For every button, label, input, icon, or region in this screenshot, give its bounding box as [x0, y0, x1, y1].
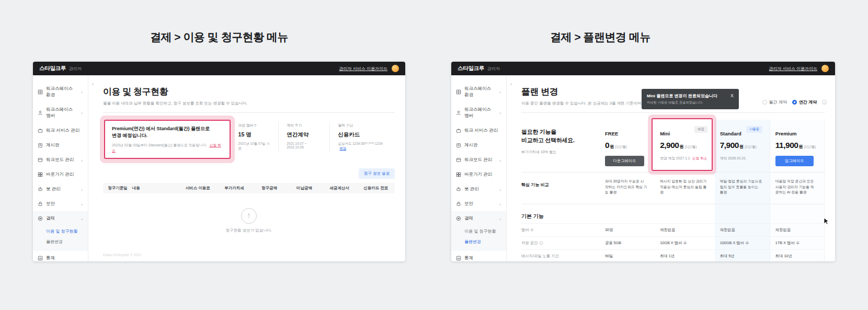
billing-table-header: 청구기준일내용서비스 이용료부가가치세청구금액미납금액세금계산서신용카드 전표	[103, 183, 395, 193]
sidebar-item-label: 게시판	[46, 142, 60, 148]
plan-change-window: 스타일크루 관리자 관리자 서비스 이용가이드 워크스페이스 환경∨워크스페이스…	[451, 62, 835, 261]
sidebar-item-2[interactable]: 워크 서비스 관리	[33, 123, 88, 138]
empty-state-text: 청구현황 정보가 없습니다.	[103, 228, 395, 233]
sidebar-item-5[interactable]: 바로가기 관리	[451, 167, 506, 182]
info-icon[interactable]	[539, 241, 543, 245]
admin-guide-link[interactable]: 관리자 서비스 이용가이드	[769, 66, 817, 72]
sidebar-item-7[interactable]: 보안∨	[33, 197, 88, 211]
payment-icon	[456, 216, 461, 221]
plan-intro: 필요한 기능을비교하고 선택하세요.부가가치세 10% 별도	[521, 120, 600, 172]
admin-guide-link[interactable]: 관리자 서비스 이용가이드	[339, 66, 387, 72]
sidebar-group: 결제∧이용 및 청구현황플랜변경	[33, 211, 88, 251]
app-topbar: 스타일크루 관리자 관리자 서비스 이용가이드	[451, 62, 835, 75]
sidebar-item-label: 워크스페이스 환경	[464, 86, 496, 98]
chevron-down-icon: ∨	[499, 111, 501, 114]
empty-state: ! 청구현황 정보가 없습니다.	[103, 208, 395, 233]
sidebar-item-5[interactable]: 바로가기 관리	[33, 167, 88, 182]
sidebar-item-1[interactable]: 워크스페이스 멤버∨	[451, 102, 506, 123]
sidebar-item-9[interactable]: 통계	[451, 251, 506, 261]
plan-badge: 예정	[694, 126, 707, 133]
plan-comparison-grid: 필요한 기능을비교하고 선택하세요.부가가치세 10% 별도FREE0원(1인/…	[521, 120, 825, 261]
upgrade-button[interactable]: 업그레이드	[775, 156, 814, 166]
divider	[521, 112, 825, 113]
sidebar-collapse-button[interactable]: ‹	[510, 82, 512, 87]
sidebar-subitem-1[interactable]: 플랜변경	[464, 236, 506, 247]
billing-stats: 과금 멤버수15 명2021년 10월 07일 기준계약 주기연간계약2021.…	[231, 120, 395, 151]
feature-value: 최대 10년	[770, 249, 825, 261]
sidebar-submenu: 이용 및 청구현황플랜변경	[33, 226, 88, 251]
downgrade-button[interactable]: 다운그레이드	[605, 156, 644, 166]
plan-price: 2,900원(1인/월)	[660, 141, 707, 150]
feature-value: 최대 1년	[655, 249, 715, 261]
sidebar-item-8[interactable]: 결제∧	[33, 211, 88, 226]
sidebar-item-0[interactable]: 워크스페이스 환경∨	[33, 82, 88, 102]
sidebar-item-label: 봇 관리	[464, 186, 479, 192]
toast-desc: 자세한 사항은 메일로 전송되었습니다.	[647, 100, 717, 105]
sidebar-item-6[interactable]: 봇 관리∨	[33, 182, 88, 197]
feature-value: 제한없음	[655, 223, 715, 236]
lock-icon	[456, 201, 461, 206]
sidebar-item-4[interactable]: 워크보드 관리∨	[33, 153, 88, 167]
monthly-contract-radio[interactable]: 월간 계약	[762, 99, 787, 105]
sidebar-item-label: 워크 서비스 관리	[46, 128, 79, 134]
sidebar-item-7[interactable]: 보안∨	[451, 197, 506, 211]
chevron-down-icon: ∨	[499, 90, 501, 94]
sidebar-item-label: 워크스페이스 환경	[46, 86, 78, 98]
sidebar-item-9[interactable]: 통계	[33, 251, 88, 261]
toast-close-button[interactable]: X	[730, 93, 734, 98]
column-header-2: 서비스 이용료	[179, 186, 217, 191]
core-feature-mini: 메시지 암호화 및 보안 관리가 적용된 메신저 중심의 슬림 플랜	[655, 172, 715, 204]
billing-info-settings-button[interactable]: 청구 정보 설정	[359, 168, 395, 179]
stat-0: 과금 멤버수15 명2021년 10월 07일 기준	[231, 123, 279, 151]
feature-value: 10GB X 멤버 수	[655, 236, 715, 249]
app-topbar: 스타일크루 관리자 관리자 서비스 이용가이드	[33, 62, 405, 75]
sidebar-item-label: 워크 서비스 관리	[464, 128, 498, 134]
sidebar-item-1[interactable]: 워크스페이스 멤버∨	[33, 102, 88, 123]
sidebar-subitem-0[interactable]: 이용 및 청구현황	[464, 226, 506, 236]
exclamation-icon: !	[241, 208, 257, 224]
change-payment-link[interactable]: 변경	[339, 146, 346, 150]
stat-1: 계약 주기연간계약2021.10.07 ~ 2022.10.06	[278, 123, 329, 151]
stat-label: 과금 멤버수	[238, 123, 271, 128]
yearly-contract-radio[interactable]: 연간 계약	[792, 99, 817, 105]
chevron-down-icon: ∨	[81, 202, 83, 205]
feature-value: 제한없음	[715, 223, 770, 236]
sidebar-item-3[interactable]: 게시판	[451, 138, 506, 153]
plan-price: 0원(1인/월)	[605, 141, 647, 150]
shortcut-icon	[456, 172, 461, 177]
sidebar-submenu: 이용 및 청구현황플랜변경	[451, 226, 506, 251]
sidebar-subitem-0[interactable]: 이용 및 청구현황	[46, 226, 88, 236]
stat-sub: 삼성카드 1234-56**-****-1234변경	[338, 142, 387, 151]
sidebar-collapse-button[interactable]: ‹	[92, 82, 94, 87]
plan-price: 7,900원(1인/월)	[720, 141, 762, 150]
sidebar-item-2[interactable]: 워크 서비스 관리	[451, 123, 506, 138]
feature-value: 최대 5년	[715, 249, 770, 261]
sidebar-item-6[interactable]: 봇 관리∨	[451, 182, 506, 197]
work-service-icon	[38, 128, 43, 133]
avatar[interactable]	[821, 65, 829, 72]
cancel-request-link[interactable]: 신청 취소	[692, 156, 707, 160]
feature-value: 제한없음	[770, 223, 825, 236]
caption-plan-change: 결제 > 플랜변경 메뉴	[550, 30, 650, 44]
plan-name: FREE	[605, 131, 647, 136]
vat-note: 부가가치세 10% 별도	[521, 150, 592, 155]
stat-value: 15 명	[238, 131, 271, 139]
sidebar-item-label: 통계	[46, 255, 55, 261]
sidebar-item-8[interactable]: 결제∧	[451, 211, 506, 226]
sidebar-item-0[interactable]: 워크스페이스 환경∨	[451, 82, 506, 102]
chevron-down-icon: ∨	[81, 158, 83, 162]
sidebar-item-4[interactable]: 워크보드 관리∨	[451, 153, 506, 167]
workspace-env-icon	[456, 89, 461, 95]
feature-value: 100GB X 멤버 수	[715, 236, 770, 249]
sidebar-item-label: 봇 관리	[46, 186, 61, 192]
mouse-cursor	[824, 217, 829, 227]
plan-contract-text: 변경 예정 2027.1.1	[660, 156, 690, 160]
brand-sub-label: 관리자	[487, 66, 500, 72]
notice-desc: 2023년 02월 03일부터 Standard(월간) 플랜으로 적용됩니다.…	[112, 143, 223, 153]
radio-checked-icon	[792, 100, 797, 105]
info-icon[interactable]: i	[822, 100, 827, 105]
sidebar-subitem-1[interactable]: 플랜변경	[46, 236, 88, 247]
sidebar-item-3[interactable]: 게시판	[33, 138, 88, 153]
avatar[interactable]	[392, 65, 399, 72]
board-icon	[456, 143, 461, 148]
